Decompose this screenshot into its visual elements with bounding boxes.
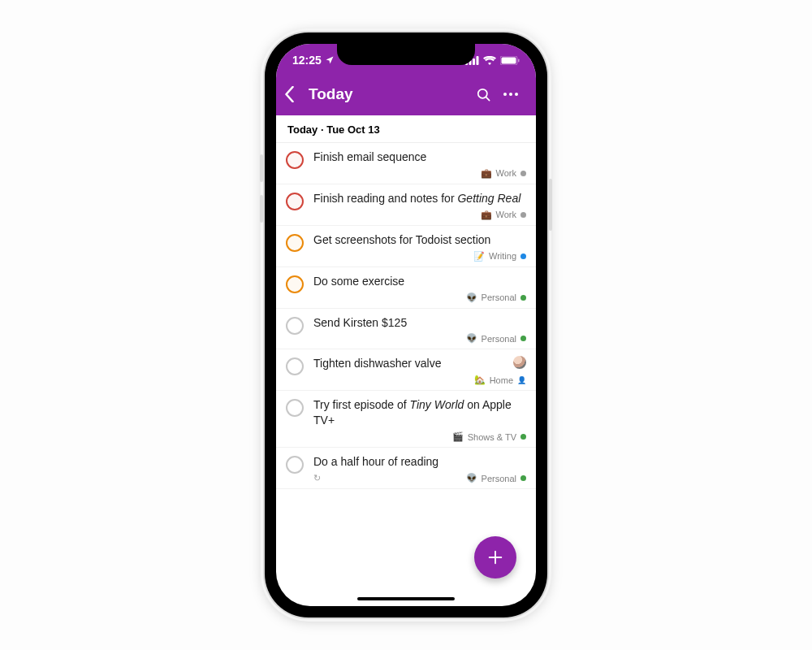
svg-rect-3 bbox=[477, 56, 479, 65]
location-arrow-icon bbox=[325, 55, 335, 65]
status-time: 12:25 bbox=[292, 54, 322, 67]
project-emoji-icon: 👽 bbox=[466, 333, 477, 344]
project-chip[interactable]: 👽Personal bbox=[466, 473, 526, 483]
add-task-button[interactable] bbox=[474, 536, 516, 578]
project-emoji-icon: 💼 bbox=[481, 210, 492, 220]
project-chip[interactable]: 👽Personal bbox=[466, 292, 526, 303]
project-emoji-icon: 🎬 bbox=[452, 431, 464, 442]
wifi-icon bbox=[483, 56, 496, 65]
project-color-dot-icon bbox=[520, 171, 526, 176]
phone-screen: 12:25 Today Today · Tue Oct 13 bbox=[276, 44, 536, 606]
project-name: Work bbox=[496, 168, 516, 178]
project-chip[interactable]: 👽Personal bbox=[466, 333, 526, 344]
project-name: Work bbox=[496, 210, 516, 219]
project-color-dot-icon bbox=[520, 212, 526, 218]
search-icon bbox=[476, 87, 491, 102]
shared-person-icon: 👤 bbox=[517, 376, 526, 384]
project-color-dot-icon bbox=[520, 295, 526, 301]
task-title: Do some exercise bbox=[313, 274, 526, 289]
project-chip[interactable]: 💼Work bbox=[481, 210, 526, 220]
project-chip[interactable]: 🎬Shows & TV bbox=[452, 431, 526, 442]
project-emoji-icon: 🏡 bbox=[474, 375, 486, 385]
project-emoji-icon: 👽 bbox=[466, 292, 477, 303]
task-checkbox[interactable] bbox=[286, 358, 304, 375]
project-emoji-icon: 👽 bbox=[466, 473, 477, 483]
project-name: Personal bbox=[482, 292, 516, 302]
phone-notch bbox=[337, 44, 475, 65]
project-color-dot-icon bbox=[520, 336, 526, 341]
page-title: Today bbox=[309, 85, 469, 103]
back-button[interactable] bbox=[284, 86, 309, 102]
project-chip[interactable]: 📝Writing bbox=[473, 251, 526, 262]
project-name: Personal bbox=[482, 334, 516, 344]
task-title: Send Kirsten $125 bbox=[313, 315, 526, 331]
task-checkbox[interactable] bbox=[286, 193, 304, 210]
home-indicator[interactable] bbox=[357, 597, 455, 600]
task-checkbox[interactable] bbox=[286, 234, 304, 252]
task-title: Try first episode of Tiny World on Apple… bbox=[313, 397, 526, 428]
plus-icon bbox=[486, 548, 504, 566]
project-color-dot-icon bbox=[520, 434, 526, 440]
recurring-icon: ↻ bbox=[313, 473, 321, 483]
task-title: Tighten dishwasher valve bbox=[313, 356, 526, 371]
phone-frame: 12:25 Today Today · Tue Oct 13 bbox=[265, 32, 547, 618]
project-color-dot-icon bbox=[520, 254, 526, 259]
section-heading: Today · Tue Oct 13 bbox=[276, 115, 536, 143]
task-row[interactable]: Get screenshots for Todoist section📝Writ… bbox=[276, 226, 536, 267]
svg-rect-5 bbox=[502, 57, 516, 63]
chevron-left-icon bbox=[284, 86, 295, 102]
task-checkbox[interactable] bbox=[286, 399, 304, 417]
task-checkbox[interactable] bbox=[286, 275, 304, 293]
svg-rect-6 bbox=[518, 58, 520, 62]
task-list: Finish email sequence💼WorkFinish reading… bbox=[276, 143, 536, 489]
project-name: Personal bbox=[482, 474, 516, 483]
task-title: Finish email sequence bbox=[313, 150, 526, 165]
project-emoji-icon: 💼 bbox=[481, 168, 492, 179]
task-row[interactable]: Do some exercise👽Personal bbox=[276, 267, 536, 309]
task-checkbox[interactable] bbox=[286, 456, 304, 474]
project-name: Home bbox=[490, 375, 513, 385]
task-row[interactable]: Finish reading and notes for Getting Rea… bbox=[276, 184, 536, 226]
task-title: Finish reading and notes for Getting Rea… bbox=[313, 191, 526, 206]
task-row[interactable]: Send Kirsten $125👽Personal bbox=[276, 309, 536, 350]
more-horizontal-icon bbox=[503, 93, 518, 96]
task-checkbox[interactable] bbox=[286, 317, 304, 335]
task-row[interactable]: Tighten dishwasher valve🏡Home👤 bbox=[276, 349, 536, 391]
task-title: Do a half hour of reading bbox=[313, 454, 526, 470]
task-row[interactable]: Try first episode of Tiny World on Apple… bbox=[276, 391, 536, 448]
project-chip[interactable]: 🏡Home👤 bbox=[474, 375, 526, 385]
project-emoji-icon: 📝 bbox=[473, 251, 485, 262]
more-button[interactable] bbox=[497, 80, 525, 108]
search-button[interactable] bbox=[469, 80, 497, 108]
svg-rect-2 bbox=[473, 58, 475, 65]
task-row[interactable]: Finish email sequence💼Work bbox=[276, 143, 536, 184]
project-name: Writing bbox=[489, 251, 516, 261]
battery-icon bbox=[500, 56, 520, 65]
project-color-dot-icon bbox=[520, 475, 526, 481]
task-row[interactable]: Do a half hour of reading↻👽Personal bbox=[276, 448, 536, 489]
project-name: Shows & TV bbox=[468, 432, 516, 442]
svg-line-8 bbox=[486, 97, 489, 100]
task-checkbox[interactable] bbox=[286, 151, 304, 169]
project-chip[interactable]: 💼Work bbox=[481, 168, 526, 179]
app-header: Today bbox=[276, 76, 536, 115]
task-title: Get screenshots for Todoist section bbox=[313, 232, 526, 248]
